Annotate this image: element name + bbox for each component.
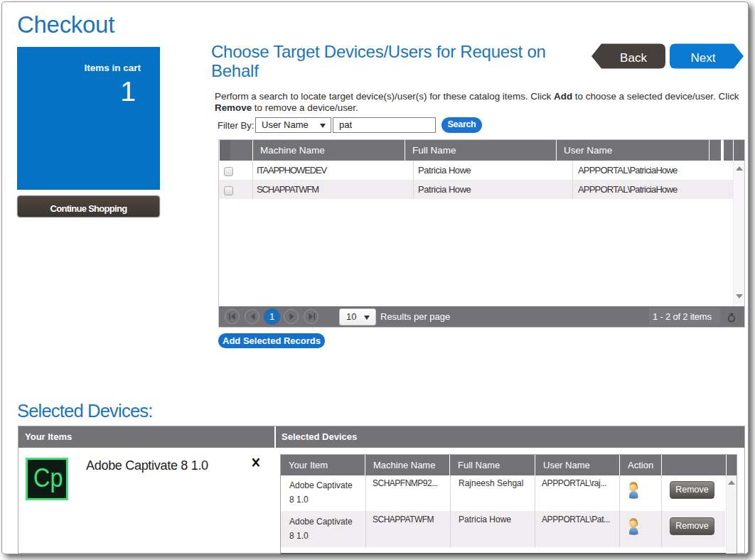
svg-text:Next: Next [691,51,716,65]
svg-text:Back: Back [620,51,647,65]
